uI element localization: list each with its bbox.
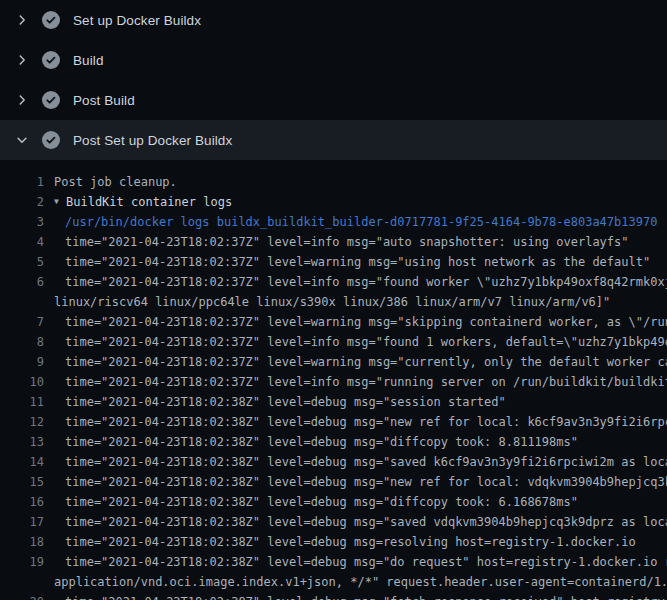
- log-row: 12time="2021-04-23T18:02:38Z" level=debu…: [0, 412, 667, 432]
- line-number[interactable]: 4: [0, 232, 44, 252]
- line-number[interactable]: 11: [0, 392, 44, 412]
- log-row: 9time="2021-04-23T18:02:37Z" level=warni…: [0, 352, 667, 372]
- check-circle-icon: [42, 91, 60, 109]
- log-text: time="2021-04-23T18:02:38Z" level=debug …: [65, 472, 667, 492]
- group-collapse-icon[interactable]: ▼: [54, 192, 66, 212]
- log-row: application/vnd.oci.image.index.v1+json,…: [0, 572, 667, 592]
- line-number[interactable]: 19: [0, 552, 44, 572]
- line-number[interactable]: 18: [0, 532, 44, 552]
- line-number[interactable]: 2: [0, 192, 44, 212]
- log-text: time="2021-04-23T18:02:37Z" level=warnin…: [65, 312, 667, 332]
- log-row: 1Post job cleanup.: [0, 172, 667, 192]
- chevron-down-icon: [14, 132, 30, 148]
- log-text: time="2021-04-23T18:02:37Z" level=info m…: [65, 232, 629, 252]
- line-number[interactable]: 3: [0, 212, 44, 232]
- step-label: Set up Docker Buildx: [73, 13, 201, 28]
- chevron-right-icon: [14, 52, 30, 68]
- line-number[interactable]: 14: [0, 452, 44, 472]
- step-label: Build: [73, 53, 104, 68]
- log-row: 18time="2021-04-23T18:02:38Z" level=debu…: [0, 532, 667, 552]
- job-steps-list: Set up Docker Buildx Build Post Build Po…: [0, 0, 667, 160]
- log-row: 13time="2021-04-23T18:02:38Z" level=debu…: [0, 432, 667, 452]
- line-number[interactable]: 12: [0, 412, 44, 432]
- line-number[interactable]: 13: [0, 432, 44, 452]
- log-row: 11time="2021-04-23T18:02:38Z" level=debu…: [0, 392, 667, 412]
- line-number[interactable]: 6: [0, 272, 44, 292]
- chevron-right-icon: [14, 12, 30, 28]
- log-row: linux/riscv64 linux/ppc64le linux/s390x …: [0, 292, 667, 312]
- step-label: Post Build: [73, 93, 135, 108]
- log-text: time="2021-04-23T18:02:37Z" level=info m…: [65, 372, 667, 392]
- line-number[interactable]: 5: [0, 252, 44, 272]
- line-number[interactable]: 20: [0, 592, 44, 600]
- check-circle-icon: [42, 51, 60, 69]
- line-number[interactable]: 15: [0, 472, 44, 492]
- step-header-build[interactable]: Build: [0, 40, 667, 80]
- step-header-set-up-docker-buildx[interactable]: Set up Docker Buildx: [0, 0, 667, 40]
- step-header-post-build[interactable]: Post Build: [0, 80, 667, 120]
- log-group-title[interactable]: BuildKit container logs: [66, 192, 232, 212]
- check-circle-icon: [42, 131, 60, 149]
- log-text: application/vnd.oci.image.index.v1+json,…: [54, 572, 667, 592]
- log-row: 14time="2021-04-23T18:02:38Z" level=debu…: [0, 452, 667, 472]
- log-row: 7time="2021-04-23T18:02:37Z" level=warni…: [0, 312, 667, 332]
- log-text: time="2021-04-23T18:02:38Z" level=debug …: [65, 492, 578, 512]
- log-text: time="2021-04-23T18:02:37Z" level=warnin…: [65, 252, 650, 272]
- log-row: 2▼BuildKit container logs: [0, 192, 667, 212]
- log-row: 3/usr/bin/docker logs buildx_buildkit_bu…: [0, 212, 667, 232]
- log-row: 20time="2021-04-23T18:02:38Z" level=debu…: [0, 592, 667, 600]
- log-row: 17time="2021-04-23T18:02:38Z" level=debu…: [0, 512, 667, 532]
- line-number[interactable]: 10: [0, 372, 44, 392]
- line-number: [0, 572, 44, 592]
- log-text: time="2021-04-23T18:02:38Z" level=debug …: [65, 592, 667, 600]
- log-row: 16time="2021-04-23T18:02:38Z" level=debu…: [0, 492, 667, 512]
- line-number[interactable]: 17: [0, 512, 44, 532]
- log-text: time="2021-04-23T18:02:37Z" level=warnin…: [65, 352, 667, 372]
- log-text: time="2021-04-23T18:02:38Z" level=debug …: [65, 512, 667, 532]
- log-text: time="2021-04-23T18:02:38Z" level=debug …: [65, 432, 578, 452]
- log-lines: 1Post job cleanup.2▼BuildKit container l…: [0, 160, 667, 600]
- line-number[interactable]: 1: [0, 172, 44, 192]
- log-row: 8time="2021-04-23T18:02:37Z" level=info …: [0, 332, 667, 352]
- log-text: time="2021-04-23T18:02:38Z" level=debug …: [65, 532, 636, 552]
- log-text: linux/riscv64 linux/ppc64le linux/s390x …: [54, 292, 610, 312]
- log-text: time="2021-04-23T18:02:37Z" level=info m…: [65, 272, 667, 292]
- log-text: time="2021-04-23T18:02:38Z" level=debug …: [65, 412, 667, 432]
- log-text: time="2021-04-23T18:02:37Z" level=info m…: [65, 332, 667, 352]
- log-row: 19time="2021-04-23T18:02:38Z" level=debu…: [0, 552, 667, 572]
- log-command-text: /usr/bin/docker logs buildx_buildkit_bui…: [65, 212, 657, 232]
- log-text: Post job cleanup.: [54, 172, 177, 192]
- log-row: 10time="2021-04-23T18:02:37Z" level=info…: [0, 372, 667, 392]
- log-text: time="2021-04-23T18:02:38Z" level=debug …: [65, 392, 506, 412]
- log-text: time="2021-04-23T18:02:38Z" level=debug …: [65, 452, 667, 472]
- line-number[interactable]: 16: [0, 492, 44, 512]
- log-row: 4time="2021-04-23T18:02:37Z" level=info …: [0, 232, 667, 252]
- step-label: Post Set up Docker Buildx: [73, 133, 232, 148]
- step-header-post-set-up-docker-buildx[interactable]: Post Set up Docker Buildx: [0, 120, 667, 160]
- line-number: [0, 292, 44, 312]
- log-text: time="2021-04-23T18:02:38Z" level=debug …: [65, 552, 667, 572]
- chevron-right-icon: [14, 92, 30, 108]
- line-number[interactable]: 8: [0, 332, 44, 352]
- log-row: 15time="2021-04-23T18:02:38Z" level=debu…: [0, 472, 667, 492]
- log-row: 5time="2021-04-23T18:02:37Z" level=warni…: [0, 252, 667, 272]
- line-number[interactable]: 7: [0, 312, 44, 332]
- line-number[interactable]: 9: [0, 352, 44, 372]
- log-row: 6time="2021-04-23T18:02:37Z" level=info …: [0, 272, 667, 292]
- check-circle-icon: [42, 11, 60, 29]
